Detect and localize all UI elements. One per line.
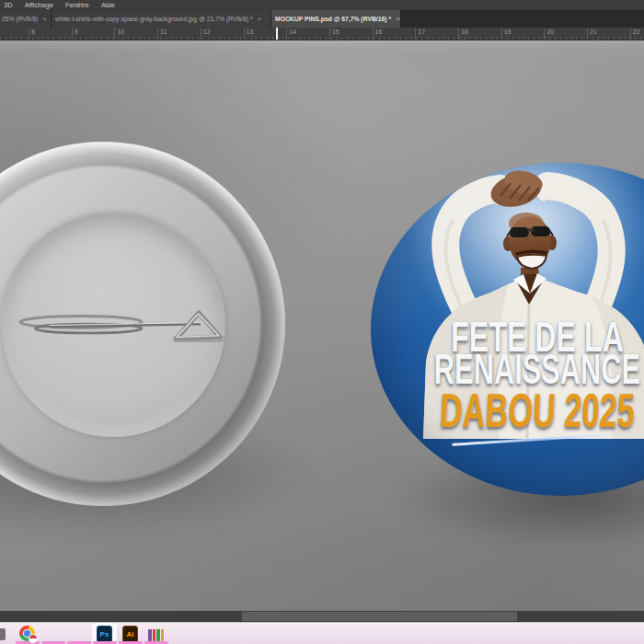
safety-pin-clasp	[9, 305, 236, 349]
tab-close-icon[interactable]: ×	[258, 15, 262, 23]
document-canvas[interactable]: FETE DE LA RENAISSANCE DABOU 2025	[0, 40, 644, 611]
illustrator-icon[interactable]: Ai	[122, 626, 138, 641]
tab-close-icon[interactable]: ×	[42, 15, 47, 23]
winrar-book	[148, 627, 152, 641]
partial-taskbar-icon[interactable]	[0, 628, 6, 640]
winrar-book	[161, 627, 165, 641]
tab-label: MOCKUP PINS.psd @ 67,7% (RVB/16) *	[275, 16, 391, 22]
running-app-underline	[144, 641, 168, 644]
menu-bar: 3D Affichage Fenêtre Aide	[0, 0, 644, 10]
menu-item-affichage[interactable]: Affichage	[21, 0, 60, 10]
chrome-icon[interactable]	[19, 626, 35, 641]
tab-document-1[interactable]: @ 25% (RVB/8) ×	[0, 10, 52, 28]
running-app-underline	[119, 641, 143, 644]
document-tab-bar: @ 25% (RVB/8) × white-t-shirts-with-copy…	[0, 10, 644, 28]
tab-label: @ 25% (RVB/8)	[0, 16, 38, 22]
menu-item-3d[interactable]: 3D	[0, 0, 19, 10]
menu-item-fenetre[interactable]: Fenêtre	[62, 0, 96, 10]
horizontal-scrollbar[interactable]	[0, 611, 644, 622]
running-app-underline	[67, 641, 91, 644]
tab-close-icon[interactable]: ×	[396, 15, 400, 23]
tab-label: white-t-shirts-with-copy-space-gray-back…	[55, 16, 253, 22]
photoshop-icon[interactable]: Ps	[97, 626, 112, 641]
winrar-book	[156, 627, 160, 641]
ruler-ticks: 8910111213141516171819202122	[0, 28, 644, 40]
chrome-profile-badge-icon	[29, 634, 38, 643]
winrar-icon[interactable]	[148, 626, 164, 641]
ruler-cursor-marker	[276, 28, 278, 40]
ruler[interactable]: 8910111213141516171819202122	[0, 28, 644, 40]
horizontal-scrollbar-thumb[interactable]	[242, 612, 517, 621]
tab-document-2[interactable]: white-t-shirts-with-copy-space-gray-back…	[52, 10, 271, 28]
menu-item-aide[interactable]: Aide	[98, 0, 121, 10]
windows-taskbar: A Ps Ai	[0, 622, 644, 644]
winrar-book	[153, 627, 156, 641]
running-app-underline	[41, 641, 65, 644]
tab-document-active[interactable]: MOCKUP PINS.psd @ 67,7% (RVB/16) * ×	[271, 10, 401, 28]
running-app-underline	[93, 641, 117, 644]
